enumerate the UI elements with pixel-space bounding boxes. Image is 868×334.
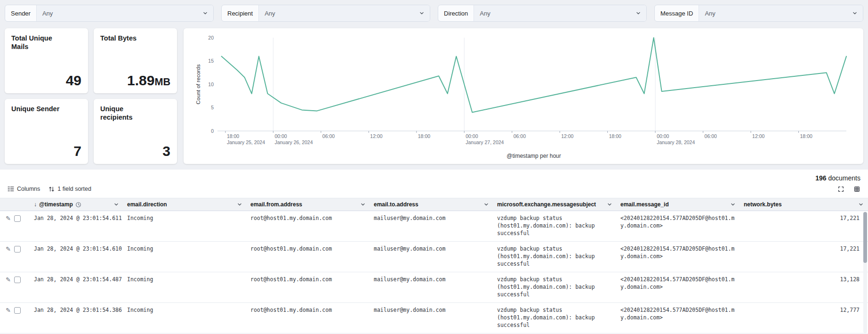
column-header-bytes[interactable]: network.bytes xyxy=(740,198,868,211)
metric-number: 3 xyxy=(162,143,170,159)
column-header-direction[interactable]: email.direction xyxy=(123,198,247,211)
chart-x-axis-title: @timestamp per hour xyxy=(187,153,860,159)
count-of-records-line xyxy=(222,38,847,112)
cell-to[interactable]: mailuser@my.domain.com xyxy=(370,303,493,333)
row-controls-cell: ✎ xyxy=(0,303,30,333)
x-tick-time-label: 06:00 xyxy=(322,133,335,139)
row-controls-cell: ✎ xyxy=(0,211,30,241)
cell-subject[interactable]: vzdump backup status (host01.my.domain.c… xyxy=(493,242,617,272)
column-header-subject[interactable]: microsoft.exchange.messagesubject xyxy=(493,198,617,211)
x-tick-time-label: 00:00 xyxy=(657,133,669,139)
cell-message_id[interactable]: <20240128220154.577AD205DF@host01.my.dom… xyxy=(617,242,740,272)
filter-group-recipient: RecipientAny xyxy=(221,5,430,22)
row-controls-cell: ✎ xyxy=(0,242,30,272)
cell-message_id[interactable]: <20240128220154.577AD205DF@host01.my.dom… xyxy=(617,303,740,333)
row-checkbox[interactable] xyxy=(14,277,21,283)
sort-icon xyxy=(48,186,55,192)
column-header-timestamp[interactable]: ↓@timestamp xyxy=(30,198,123,211)
cell-from[interactable]: root@host01.my.domain.com xyxy=(247,211,370,241)
expand-row-icon[interactable]: ✎ xyxy=(6,307,11,313)
x-tick-time-label: 18:00 xyxy=(609,133,621,139)
y-tick-label: 15 xyxy=(208,58,214,64)
expand-row-icon[interactable]: ✎ xyxy=(6,215,11,221)
cell-timestamp[interactable]: Jan 28, 2024 @ 23:01:54.611 xyxy=(30,211,123,241)
grid-body: ✎Jan 28, 2024 @ 23:01:54.611Incomingroot… xyxy=(0,211,868,334)
chevron-down-icon xyxy=(418,10,425,16)
fullscreen-button[interactable] xyxy=(835,184,846,194)
columns-icon xyxy=(8,186,14,192)
cell-bytes[interactable]: 17,221 xyxy=(740,211,868,241)
metric-title: Unique Sender xyxy=(11,105,68,113)
chevron-down-icon xyxy=(202,10,209,16)
cell-timestamp[interactable]: Jan 28, 2024 @ 23:01:54.610 xyxy=(30,242,123,272)
column-header-to[interactable]: email.to.address xyxy=(370,198,493,211)
row-checkbox[interactable] xyxy=(14,246,21,253)
document-count-label: documents xyxy=(828,174,860,182)
cell-from[interactable]: root@host01.my.domain.com xyxy=(247,303,370,333)
metric-card-unique-recipients: Unique recipients3 xyxy=(94,99,177,164)
chevron-down-icon xyxy=(852,10,858,16)
column-header-label: network.bytes xyxy=(744,201,782,208)
row-checkbox[interactable] xyxy=(14,215,21,222)
table-row: ✎Jan 28, 2024 @ 23:01:54.386Incomingroot… xyxy=(0,303,868,334)
column-header-label: microsoft.exchange.messagesubject xyxy=(497,201,596,208)
table-row: ✎Jan 28, 2024 @ 23:01:54.487Incomingroot… xyxy=(0,272,868,303)
cell-bytes[interactable]: 13,128 xyxy=(740,272,868,302)
sort-fields-button[interactable]: 1 field sorted xyxy=(47,184,93,194)
filter-select-direction[interactable]: Any xyxy=(474,5,646,21)
x-tick-time-label: 00:00 xyxy=(274,133,287,139)
cell-subject[interactable]: vzdump backup status (host01.my.domain.c… xyxy=(493,303,617,333)
filter-select-sender[interactable]: Any xyxy=(36,5,213,21)
cell-to[interactable]: mailuser@my.domain.com xyxy=(370,272,493,302)
filter-group-sender: SenderAny xyxy=(5,5,214,22)
cell-from[interactable]: root@host01.my.domain.com xyxy=(247,242,370,272)
column-header-message_id[interactable]: email.message_id xyxy=(617,198,740,211)
filter-select-recipient[interactable]: Any xyxy=(258,5,430,21)
cell-bytes[interactable]: 17,221 xyxy=(740,242,868,272)
metric-value: 49 xyxy=(66,73,81,88)
table-scrollbar[interactable] xyxy=(863,212,867,333)
cell-timestamp[interactable]: Jan 28, 2024 @ 23:01:54.487 xyxy=(30,272,123,302)
x-tick-date-label: January 26, 2024 xyxy=(274,139,313,145)
metric-card-total-bytes: Total Bytes1.89MB xyxy=(94,28,177,93)
y-axis-title: Count of records xyxy=(195,64,201,104)
cell-from[interactable]: root@host01.my.domain.com xyxy=(247,272,370,302)
cell-direction[interactable]: Incoming xyxy=(123,211,247,241)
cell-direction[interactable]: Incoming xyxy=(123,242,247,272)
column-header-from[interactable]: email.from.address xyxy=(247,198,370,211)
table-row: ✎Jan 28, 2024 @ 23:01:54.611Incomingroot… xyxy=(0,211,868,242)
cell-message_id[interactable]: <20240128220154.577AD205DF@host01.my.dom… xyxy=(617,272,740,302)
x-tick-time-label: 12:00 xyxy=(752,133,764,139)
line-chart[interactable]: 0510152018:00January 25, 202400:00Januar… xyxy=(194,33,853,152)
cell-timestamp[interactable]: Jan 28, 2024 @ 23:01:54.386 xyxy=(30,303,123,333)
metrics-grid: Total Unique Mails49Total Bytes1.89MBUni… xyxy=(5,28,177,164)
fullscreen-icon xyxy=(838,186,844,192)
x-tick-time-label: 18:00 xyxy=(418,133,430,139)
metric-value: 1.89MB xyxy=(127,73,170,88)
filter-label-direction: Direction xyxy=(438,5,474,21)
filter-select-message-id[interactable]: Any xyxy=(699,5,863,21)
column-header-label: email.to.address xyxy=(374,201,418,208)
expand-row-icon[interactable]: ✎ xyxy=(6,277,11,283)
cell-direction[interactable]: Incoming xyxy=(123,272,247,302)
columns-button[interactable]: Columns xyxy=(6,184,42,194)
columns-button-label: Columns xyxy=(17,186,40,192)
display-options-button[interactable] xyxy=(851,184,862,194)
metric-value: 3 xyxy=(162,144,170,158)
dashboard-section: SenderAnyRecipientAnyDirectionAnyMessage… xyxy=(0,0,868,170)
column-header-label: email.direction xyxy=(127,201,167,208)
row-checkbox[interactable] xyxy=(14,307,21,314)
cell-message_id[interactable]: <20240128220154.577AD205DF@host01.my.dom… xyxy=(617,211,740,241)
scrollbar-thumb[interactable] xyxy=(863,212,867,263)
header-controls-cell xyxy=(0,198,30,211)
cell-subject[interactable]: vzdump backup status (host01.my.domain.c… xyxy=(493,211,617,241)
cell-direction[interactable]: Incoming xyxy=(123,303,247,333)
cell-bytes[interactable]: 12,777 xyxy=(740,303,868,333)
expand-row-icon[interactable]: ✎ xyxy=(6,246,11,252)
y-tick-label: 0 xyxy=(211,128,214,134)
cell-to[interactable]: mailuser@my.domain.com xyxy=(370,242,493,272)
cell-subject[interactable]: vzdump backup status (host01.my.domain.c… xyxy=(493,272,617,302)
cell-to[interactable]: mailuser@my.domain.com xyxy=(370,211,493,241)
metric-card-unique-sender: Unique Sender7 xyxy=(5,99,88,164)
chevron-down-icon xyxy=(483,201,490,208)
